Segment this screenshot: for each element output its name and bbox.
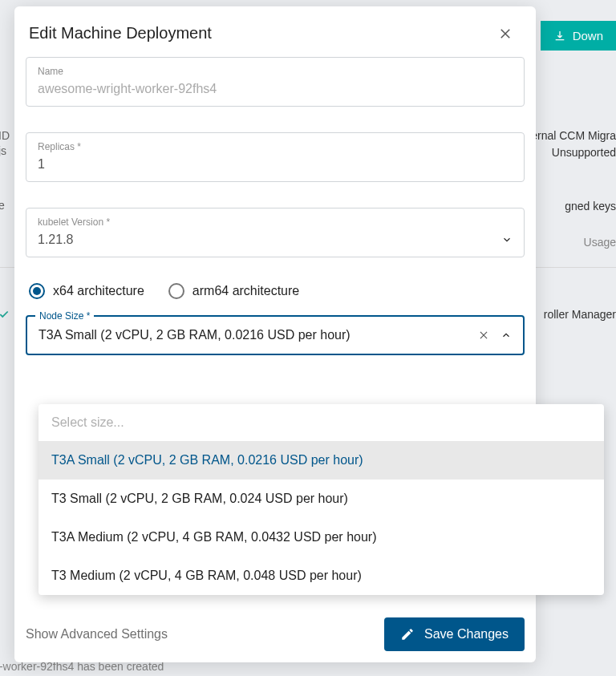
show-advanced-settings-link[interactable]: Show Advanced Settings — [26, 627, 168, 642]
name-label: Name — [38, 66, 513, 77]
close-icon — [478, 330, 489, 341]
x64-label: x64 architecture — [53, 284, 144, 298]
close-icon — [498, 26, 513, 41]
chevron-up-icon[interactable] — [500, 330, 512, 341]
name-input — [38, 82, 513, 96]
modal-title: Edit Machine Deployment — [29, 24, 212, 43]
modal-body: Name Replicas * kubelet Version * 1.21.8… — [14, 57, 536, 355]
kubelet-value: 1.21.8 — [38, 233, 501, 247]
dropdown-option-t3a-small[interactable]: T3A Small (2 vCPU, 2 GB RAM, 0.0216 USD … — [38, 441, 604, 480]
radio-icon — [168, 283, 184, 299]
dropdown-search-input[interactable] — [51, 415, 591, 430]
replicas-input[interactable] — [38, 157, 513, 172]
replicas-label: Replicas * — [38, 141, 513, 152]
architecture-radio-group: x64 architecture arm64 architecture — [26, 283, 525, 299]
node-size-value: T3A Small (2 vCPU, 2 GB RAM, 0.0216 USD … — [38, 328, 470, 342]
dropdown-option-t3-medium[interactable]: T3 Medium (2 vCPU, 4 GB RAM, 0.048 USD p… — [38, 557, 604, 595]
close-button[interactable] — [497, 26, 513, 42]
chevron-down-icon — [501, 234, 513, 245]
dropdown-search-container — [38, 404, 604, 441]
arm64-architecture-radio[interactable]: arm64 architecture — [168, 283, 299, 299]
node-size-label: Node Size * — [35, 310, 94, 322]
modal-footer: Show Advanced Settings Save Changes — [26, 603, 525, 651]
clear-node-size-button[interactable] — [478, 330, 489, 341]
radio-icon-selected — [29, 283, 45, 299]
replicas-field[interactable]: Replicas * — [26, 132, 525, 182]
dropdown-option-t3a-medium[interactable]: T3A Medium (2 vCPU, 4 GB RAM, 0.0432 USD… — [38, 518, 604, 557]
name-field: Name — [26, 57, 525, 107]
kubelet-version-field[interactable]: kubelet Version * 1.21.8 — [26, 208, 525, 257]
x64-architecture-radio[interactable]: x64 architecture — [29, 283, 144, 299]
kubelet-label: kubelet Version * — [38, 217, 513, 228]
dropdown-option-t3-small[interactable]: T3 Small (2 vCPU, 2 GB RAM, 0.024 USD pe… — [38, 480, 604, 518]
pencil-icon — [400, 627, 415, 642]
save-button-label: Save Changes — [424, 627, 509, 642]
save-changes-button[interactable]: Save Changes — [384, 617, 525, 651]
modal-header: Edit Machine Deployment — [14, 6, 536, 57]
node-size-dropdown: T3A Small (2 vCPU, 2 GB RAM, 0.0216 USD … — [38, 404, 604, 595]
node-size-field[interactable]: Node Size * T3A Small (2 vCPU, 2 GB RAM,… — [26, 315, 525, 355]
arm64-label: arm64 architecture — [192, 284, 299, 298]
